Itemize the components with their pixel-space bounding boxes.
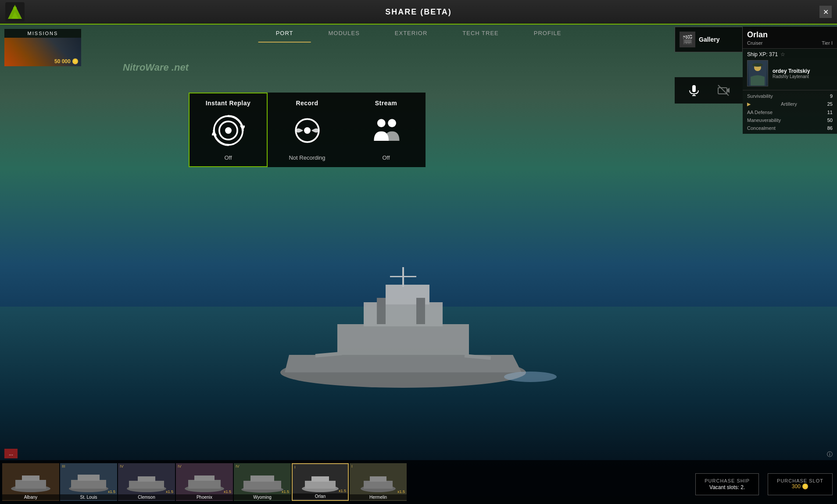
close-button[interactable]: ✕	[819, 6, 832, 18]
stat-row-concealment: Concealment 86	[743, 124, 837, 132]
chat-button[interactable]: ...	[4, 449, 18, 458]
ship-label-albany: Albany	[2, 494, 59, 500]
tab-exterior[interactable]: EXTERIOR	[377, 25, 445, 43]
instant-replay-icon	[211, 113, 246, 148]
purchase-slot-title: PURCHASE SLOT	[777, 478, 823, 483]
svg-rect-12	[377, 298, 386, 324]
svg-point-23	[388, 119, 396, 127]
nvidia-logo	[5, 2, 25, 21]
svg-rect-44	[138, 476, 155, 482]
svg-point-17	[225, 127, 232, 134]
stats-section: Survivability 9 ▶ Artillery 25 AA Defens…	[743, 90, 837, 134]
stat-row-artillery: ▶ Artillery 25	[743, 100, 837, 108]
missions-image: 50 000 🪙	[4, 38, 81, 66]
gallery-label: Gallery	[699, 36, 719, 43]
missions-gold: 50 000 🪙	[54, 58, 79, 64]
svg-rect-9	[390, 276, 416, 277]
purchase-slot-price: 300 🪙	[777, 483, 823, 490]
camera-button[interactable]	[715, 82, 732, 99]
ship-label-stlouis: St. Louis	[60, 494, 117, 500]
ship-xp-phoenix: x1.5	[224, 490, 231, 494]
stat-label-artillery: Artillery	[781, 101, 797, 107]
purchase-ship-detail: Vacant slots: 2.	[705, 484, 750, 490]
ship-tier-hermelin: I	[351, 464, 353, 468]
ship-label-hermelin: Hermelin	[350, 494, 407, 500]
svg-rect-47	[194, 475, 215, 481]
stat-label-concealment: Concealment	[747, 125, 776, 131]
ship-info-panel: Orlan Cruiser Tier I Ship XP: 371 ☆	[743, 27, 837, 134]
ship-xp-orlan: x1.5	[339, 489, 346, 493]
media-controls	[675, 77, 743, 104]
tab-tech-tree[interactable]: TECH TREE	[445, 25, 516, 43]
ship-thumb-albany[interactable]: Albany	[2, 463, 59, 501]
ship-label-phoenix: Phoenix	[176, 494, 233, 500]
ship-xp-hermelin: x1.5	[397, 490, 405, 494]
ship-thumb-clemson[interactable]: IV Clemson x1.5	[118, 463, 175, 501]
bottom-ship-strip: Albany III St. Louis x1.5 IV Clemson x1.…	[0, 460, 837, 504]
ship-thumb-phoenix[interactable]: IV Phoenix x1.5	[176, 463, 233, 501]
microphone-button[interactable]	[685, 82, 703, 99]
svg-rect-55	[364, 481, 393, 489]
svg-rect-43	[129, 481, 164, 489]
title-bar: SHARE (BETA) ✕	[0, 0, 837, 25]
watermark: NitroWare .net	[123, 62, 189, 73]
stream-button[interactable]: Stream Off	[347, 93, 426, 167]
gallery-button[interactable]: 🎬 Gallery	[675, 27, 743, 52]
ship-thumb-stlouis[interactable]: III St. Louis x1.5	[60, 463, 117, 501]
svg-rect-37	[15, 480, 46, 489]
player-rank: Radshly Laytenant	[773, 74, 833, 79]
ship-label-clemson: Clemson	[118, 494, 175, 500]
ship-thumb-orlan[interactable]: I Orlan x1.5	[292, 463, 349, 501]
svg-rect-13	[416, 298, 425, 324]
stream-title: Stream	[375, 100, 397, 107]
stat-value-maneuverability: 50	[827, 118, 833, 123]
svg-rect-41	[78, 475, 100, 481]
instant-replay-title: Instant Replay	[206, 100, 251, 107]
missions-panel[interactable]: MISSIONS 50 000 🪙	[4, 29, 81, 66]
ship-type-row: Cruiser Tier I	[747, 40, 833, 46]
svg-rect-46	[188, 480, 221, 489]
navigation-tabs: PORT MODULES EXTERIOR TECH TREE PROFILE	[258, 25, 579, 43]
ship-name-header: Orlan Cruiser Tier I	[743, 27, 837, 49]
instant-replay-button[interactable]: Instant Replay Off	[189, 93, 268, 167]
svg-marker-19	[212, 131, 217, 136]
svg-rect-24	[377, 135, 385, 139]
purchase-slot-button[interactable]: PURCHASE SLOT 300 🪙	[768, 473, 833, 495]
window-title: SHARE (BETA)	[385, 7, 452, 17]
stream-status: Off	[382, 154, 390, 161]
svg-rect-40	[71, 480, 106, 489]
tab-modules[interactable]: MODULES	[311, 25, 377, 43]
purchase-area: PURCHASE SHIP Vacant slots: 2. PURCHASE …	[640, 473, 837, 495]
ship-tier-clemson: IV	[120, 464, 124, 468]
ship-tier-orlan: I	[294, 465, 296, 469]
ship-type: Cruiser	[747, 40, 762, 46]
game-area: PORT MODULES EXTERIOR TECH TREE PROFILE …	[0, 25, 837, 504]
stat-row-survivability: Survivability 9	[743, 92, 837, 100]
ship-tier-phoenix: IV	[178, 464, 182, 468]
tab-port[interactable]: PORT	[258, 25, 311, 43]
ship-xp-row: Ship XP: 371 ☆	[743, 49, 837, 60]
purchase-ship-button[interactable]: PURCHASE SHIP Vacant slots: 2.	[695, 473, 759, 495]
ship-thumb-hermelin[interactable]: I Hermelin x1.5	[350, 463, 407, 501]
svg-rect-6	[364, 302, 443, 326]
chat-area: ...	[4, 449, 18, 458]
player-avatar	[747, 60, 768, 86]
stat-label-aa: AA Defense	[747, 110, 773, 115]
stat-label-survivability: Survivability	[747, 93, 773, 99]
info-button[interactable]: ⓘ	[827, 450, 833, 458]
stat-expand-icon[interactable]: ▶	[747, 101, 751, 107]
svg-rect-35	[754, 65, 761, 66]
ship-name: Orlan	[747, 30, 833, 39]
stat-row-aa: AA Defense 11	[743, 108, 837, 116]
purchase-ship-title: PURCHASE SHIP	[705, 478, 750, 483]
svg-point-22	[377, 119, 385, 127]
record-button[interactable]: Record Not Recording	[268, 93, 347, 167]
player-info: ordey Troitskiy Radshly Laytenant	[773, 68, 833, 79]
svg-point-3	[13, 7, 17, 10]
svg-rect-49	[243, 481, 281, 490]
ship-label-orlan: Orlan	[293, 493, 348, 499]
tab-profile[interactable]: PROFILE	[516, 25, 579, 43]
instant-replay-status: Off	[224, 154, 232, 161]
svg-rect-52	[305, 481, 336, 489]
ship-thumb-wyoming[interactable]: IV Wyoming x1.5	[234, 463, 291, 501]
